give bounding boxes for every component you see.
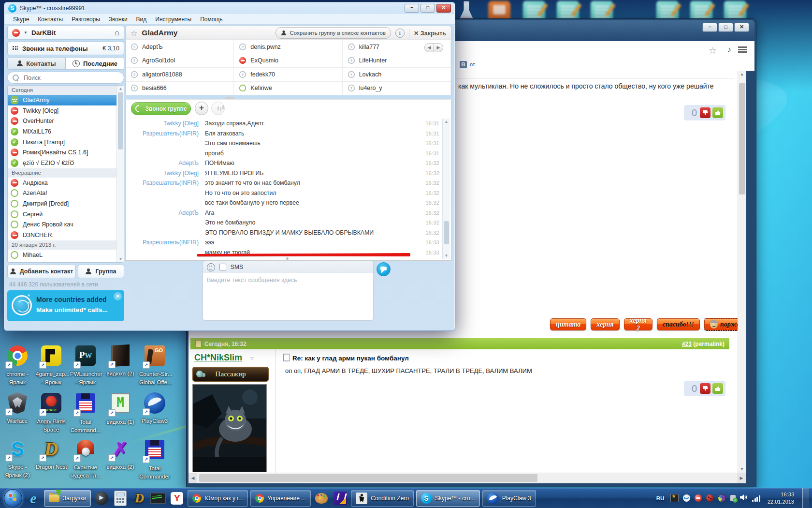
desktop-icon-csgo[interactable]: ↗Counter-Str...Global Offe... (139, 344, 170, 386)
create-group-button[interactable]: Группа (78, 265, 124, 278)
browser-close-button[interactable]: ✕ (734, 23, 749, 32)
menu-item-skype[interactable]: Skype (9, 16, 33, 23)
message-input[interactable] (203, 273, 373, 319)
vk-favicon[interactable]: B (460, 61, 467, 68)
group-member-cell[interactable]: AdeptЪ (126, 40, 234, 54)
group-member-cell[interactable]: denis.pwnz (234, 40, 342, 54)
stats-button[interactable] (211, 102, 225, 115)
page-left-icon[interactable]: ◀ (424, 43, 434, 52)
desktop-icon-pw[interactable]: PW↗PWLauncher- Ярлык (70, 344, 101, 386)
forum-button-2[interactable]: херня (591, 318, 619, 330)
message-author[interactable]: Twikky [Oleg] (126, 120, 199, 127)
scroll-left-icon[interactable]: ◀ (188, 473, 197, 483)
taskbar-clock[interactable]: 16:33 22.01.2013 (768, 491, 794, 506)
thumbs-down-button[interactable] (700, 383, 710, 394)
network-signal-icon[interactable] (752, 495, 760, 502)
contact-row[interactable]: Дмитрий [Dredd] (8, 198, 116, 209)
promo-banner[interactable]: ✕ More countries added Make unlimited* c… (7, 290, 124, 321)
sms-checkbox[interactable] (219, 264, 226, 270)
group-member-cell[interactable]: AgroSol1dol (126, 54, 234, 68)
menu-hamburger-icon[interactable] (738, 46, 747, 48)
user-status-busy-icon[interactable] (12, 29, 20, 37)
skype-busy-icon[interactable] (695, 494, 702, 502)
browser-minimize-button[interactable]: – (702, 23, 717, 32)
chat-message-row[interactable]: ЭТО ПОРВАЛО ВПИЗДУ И МАМКУ ВЫЕБАЛО ОБРЫВ… (126, 229, 440, 239)
forum-button-4[interactable]: спасибо!!! (657, 318, 700, 330)
skype-titlebar[interactable]: S Skype™ - crossfire99991 – □ ✕ (4, 2, 455, 14)
scroll-right-icon[interactable]: ▶ (737, 473, 746, 483)
language-indicator[interactable]: RU (656, 495, 665, 501)
contact-row[interactable]: Сергей (8, 209, 116, 220)
desktop-icon-purplex[interactable]: ✗↗видюха (2) (105, 438, 136, 471)
remote-access-icon[interactable] (683, 494, 690, 502)
message-author[interactable]: Разрешатель(INFIR) (126, 130, 199, 137)
taskbar-playclaw-button[interactable]: PlayClaw 3 (482, 490, 536, 507)
taskbar-skype-button[interactable]: SSkype™ - cro... (416, 490, 480, 507)
contact-row[interactable]: D3NCHER. (8, 230, 116, 240)
contact-row[interactable]: MiXaiLL76 (8, 126, 116, 137)
thumbs-down-button[interactable] (700, 107, 710, 118)
search-box[interactable] (7, 72, 124, 84)
group-member-cell[interactable]: LifeHunter (343, 54, 451, 68)
contact-list-scrollbar[interactable]: ▲ ▼ (116, 86, 124, 262)
scrollbar-thumb[interactable] (739, 83, 745, 194)
skype-close-button[interactable]: ✕ (436, 4, 451, 13)
message-author[interactable]: Twikky [Oleg] (126, 170, 199, 177)
ie-icon[interactable]: e (25, 490, 42, 507)
save-group-button[interactable]: Сохранить группу в списке контактов (276, 27, 391, 39)
home-icon[interactable]: ⌂ (115, 28, 119, 38)
menu-item-вид[interactable]: Вид (132, 16, 151, 23)
tab-recent[interactable]: Последние (66, 57, 124, 70)
splitter-dot[interactable] (286, 257, 289, 260)
message-author[interactable]: AdeptЪ (126, 209, 199, 216)
usb-eject-icon[interactable] (730, 495, 736, 501)
contact-row[interactable]: Twikky [Oleg] (8, 105, 116, 116)
group-member-cell[interactable]: aligator081088 (126, 68, 234, 82)
menu-item-звонки[interactable]: Звонки (105, 16, 131, 23)
emoticon-icon[interactable] (207, 263, 215, 271)
permalink-number[interactable]: #23 (682, 341, 692, 347)
forum-button-1[interactable]: цитата (550, 318, 586, 330)
chat-message-row[interactable]: AdeptЪПОНИмаю16:32 (126, 160, 440, 170)
scrollbar-thumb[interactable] (118, 92, 123, 149)
chat-message-row[interactable]: Это не бомбануло16:32 (126, 219, 440, 229)
desktop-icon-angrybirds[interactable]: ↗Angry BirdsSpace (36, 392, 67, 433)
chat-message-row[interactable]: Но то что он это запостил16:32 (126, 190, 440, 200)
group-member-cell[interactable]: Lovkach (343, 68, 451, 82)
desktop-icon-book[interactable]: ↗видюха (2) (105, 344, 136, 378)
user-status-bar[interactable]: ▼ DarKBit ⌂ (7, 26, 124, 40)
desktop-icon-playclaw[interactable]: ↗PlayClaw3 (139, 392, 170, 425)
menu-item-помощь[interactable]: Помощь (196, 16, 226, 23)
chat-scrollbar[interactable]: ▲ ▼ (442, 119, 450, 259)
search-input[interactable] (23, 74, 107, 82)
taskbar-condition-zero-button[interactable]: Condition Zero (351, 490, 414, 507)
add-participant-button[interactable]: + (195, 102, 208, 115)
author-dropdown-icon[interactable]: ▽ (250, 356, 254, 361)
tab-contacts[interactable]: Контакты (7, 57, 66, 70)
taskbar-chrome-window-2[interactable]: Управление ... (250, 490, 311, 507)
bookmark-item[interactable]: от (470, 61, 475, 67)
chat-message-row[interactable]: Это сам понимаешь16:31 (126, 140, 440, 150)
contact-row[interactable]: Андрюха (8, 178, 116, 188)
close-conversation-button[interactable]: ✕ Закрыть (414, 30, 446, 37)
message-author[interactable]: Разрешатель(INFIR) (126, 179, 199, 186)
favorite-star-icon[interactable]: ☆ (130, 29, 137, 38)
start-button[interactable] (4, 489, 22, 508)
contact-row[interactable]: GladArmy (8, 95, 116, 105)
forum-button-3[interactable]: херня 2 (624, 318, 652, 330)
thumbs-up-button[interactable] (712, 383, 723, 394)
monitor-tool-icon[interactable] (150, 490, 166, 507)
chat-message-row[interactable]: все таки бомбануло у него первее16:32 (126, 199, 440, 209)
add-contact-button[interactable]: Добавить контакт (7, 265, 76, 278)
contact-row[interactable]: Никита [Tramp] (8, 137, 116, 148)
desktop-icon-floppy[interactable]: ↗TotalCommander (139, 438, 170, 480)
security-star-icon[interactable] (670, 494, 679, 502)
browser-maximize-button[interactable]: □ (718, 23, 733, 32)
pie-chart-icon[interactable] (718, 494, 726, 502)
scroll-up-icon[interactable]: ▲ (443, 120, 450, 124)
contact-row[interactable]: ęźĭŏ √ EZIO √ €źÏƱ (8, 158, 116, 168)
message-author[interactable]: Разрешатель(INFIR) (126, 239, 199, 246)
call-group-button[interactable]: Звонок группе (131, 102, 191, 115)
contact-row[interactable]: MihaeL (8, 250, 116, 260)
show-desktop-button[interactable] (802, 488, 809, 508)
